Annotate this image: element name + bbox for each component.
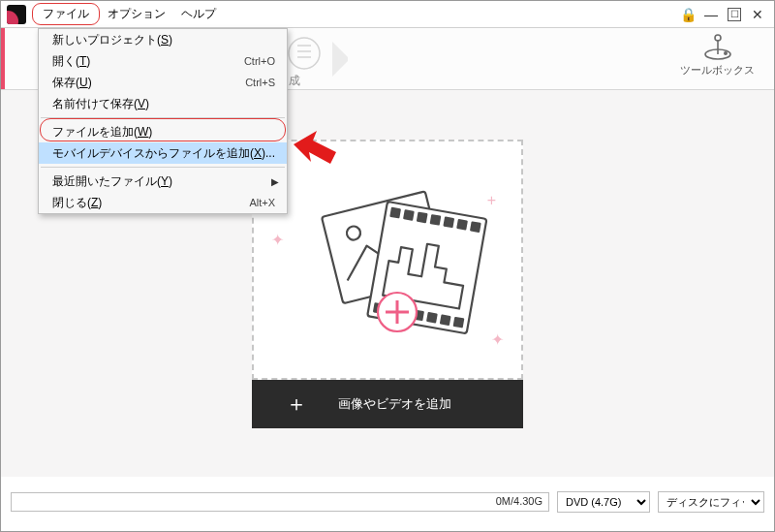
svg-rect-9: [404, 210, 413, 219]
menu-file[interactable]: ファイル: [32, 3, 100, 25]
maximize-icon[interactable]: ☐: [728, 8, 741, 21]
window-controls: 🔒 — ☐ ✕: [681, 8, 770, 21]
app-window: ファイル オプション ヘルプ 🔒 — ☐ ✕ 成: [0, 0, 775, 532]
svg-rect-20: [441, 315, 450, 324]
fit-mode-select[interactable]: ディスクにフィット: [658, 491, 764, 513]
menu-recent-files[interactable]: 最近開いたファイル(Y) ▶: [39, 171, 287, 192]
plus-icon: ＋: [286, 390, 307, 419]
svg-marker-1: [332, 42, 348, 77]
add-media-label: 画像やビデオを追加: [338, 395, 451, 413]
menu-close[interactable]: 閉じる(Z) Alt+X: [39, 192, 287, 213]
disc-type-select[interactable]: DVD (4.7G): [557, 491, 650, 513]
svg-rect-21: [454, 318, 463, 327]
submenu-arrow-icon: ▶: [271, 176, 279, 187]
svg-rect-14: [471, 222, 480, 231]
svg-point-4: [724, 52, 726, 54]
svg-rect-11: [431, 215, 440, 224]
drop-zone[interactable]: ✦ + ✦: [252, 140, 523, 380]
menu-save[interactable]: 保存(U) Ctrl+S: [39, 72, 287, 93]
sparkle-icon: ✦: [491, 330, 504, 349]
step-label-fragment: 成: [289, 73, 300, 89]
drop-card: ✦ + ✦: [252, 140, 523, 428]
menu-add-from-mobile[interactable]: モバイルデバイスからファイルを追加(X)...: [39, 142, 287, 164]
file-menu: 新しいプロジェクト(S) 開く(T) Ctrl+O 保存(U) Ctrl+S 名…: [38, 28, 288, 214]
drop-illustration: [254, 141, 525, 382]
add-media-button[interactable]: ＋ 画像やビデオを追加: [252, 380, 523, 428]
menu-open[interactable]: 開く(T) Ctrl+O: [39, 50, 287, 72]
menu-save-as[interactable]: 名前付けて保存(V): [39, 93, 287, 114]
accent-bar: [1, 28, 5, 89]
sparkle-icon: ✦: [271, 231, 284, 249]
toolbox-label: ツールボックス: [680, 63, 755, 78]
bottom-bar: 0M/4.30G DVD (4.7G) ディスクにフィット: [11, 488, 764, 516]
svg-rect-13: [457, 220, 466, 229]
svg-point-0: [289, 38, 320, 69]
svg-rect-12: [445, 217, 453, 226]
menubar: ファイル オプション ヘルプ 🔒 — ☐ ✕: [1, 1, 774, 28]
svg-rect-10: [418, 212, 426, 221]
capacity-label: 0M/4.30G: [496, 495, 542, 507]
annotation-arrow-icon: [292, 125, 340, 173]
menu-new-project[interactable]: 新しいプロジェクト(S): [39, 29, 287, 50]
menu-help[interactable]: ヘルプ: [173, 3, 224, 25]
toolbox-button[interactable]: ツールボックス: [680, 32, 755, 78]
lock-icon[interactable]: 🔒: [681, 8, 695, 21]
minimize-icon[interactable]: —: [704, 8, 718, 21]
svg-marker-23: [294, 131, 336, 164]
menu-options[interactable]: オプション: [100, 3, 173, 25]
menu-add-file[interactable]: ファイルを追加(W): [39, 121, 287, 142]
capacity-bar: 0M/4.30G: [11, 492, 549, 512]
app-icon: [7, 5, 26, 24]
close-icon[interactable]: ✕: [751, 8, 764, 21]
joystick-icon: [701, 32, 734, 61]
sparkle-icon: +: [487, 192, 496, 209]
svg-rect-8: [390, 207, 399, 216]
svg-rect-19: [427, 313, 436, 322]
